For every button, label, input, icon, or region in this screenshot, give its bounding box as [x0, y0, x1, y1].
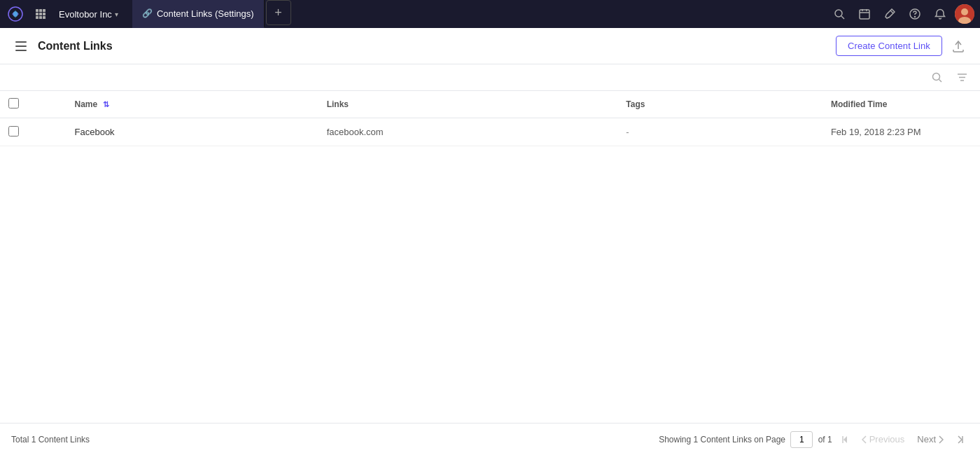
- svg-rect-9: [43, 16, 46, 19]
- search-nav-icon[interactable]: [829, 4, 850, 24]
- links-column-header: Links: [318, 91, 618, 118]
- svg-rect-23: [15, 46, 27, 47]
- plus-icon: +: [274, 6, 282, 20]
- org-name-label: Evoltobor Inc: [59, 9, 112, 20]
- dots-col: [31, 91, 66, 118]
- row-modified-time: Feb 19, 2018 2:23 PM: [822, 118, 980, 146]
- footer: Total 1 Content Links Showing 1 Content …: [0, 423, 980, 455]
- modified-time-column-header: Modified Time: [822, 91, 980, 118]
- svg-point-20: [961, 8, 968, 15]
- bell-nav-icon[interactable]: [930, 4, 951, 24]
- tab-content-links[interactable]: 🔗 Content Links (Settings): [132, 0, 265, 28]
- svg-line-11: [841, 16, 844, 19]
- last-page-button[interactable]: [952, 431, 969, 448]
- pagination: Showing 1 Content Links on Page of 1 Pre…: [659, 431, 969, 448]
- next-page-button[interactable]: Next: [913, 433, 948, 446]
- export-button[interactable]: [948, 36, 969, 57]
- svg-rect-12: [860, 10, 869, 19]
- org-name-button[interactable]: Evoltobor Inc ▾: [53, 6, 124, 22]
- tab-link-icon: 🔗: [142, 8, 153, 18]
- svg-line-16: [890, 10, 893, 13]
- select-all-checkbox[interactable]: [8, 98, 19, 108]
- svg-point-10: [835, 10, 842, 17]
- svg-rect-1: [36, 9, 38, 12]
- sort-icon[interactable]: ⇅: [103, 100, 109, 108]
- page-input[interactable]: [790, 431, 813, 448]
- app-logo: [6, 4, 25, 24]
- row-dots-cell: ⋮: [31, 118, 66, 146]
- edit-nav-icon[interactable]: [879, 4, 900, 24]
- table-row: ⋮ Facebook facebook.com - Feb 19, 2018 2…: [0, 118, 980, 146]
- nav-right-icons: [829, 4, 974, 24]
- previous-page-button[interactable]: Previous: [858, 433, 909, 446]
- top-nav: Evoltobor Inc ▾ 🔗 Content Links (Setting…: [0, 0, 980, 28]
- search-toolbar-icon[interactable]: [927, 68, 946, 88]
- calendar-nav-icon[interactable]: [854, 4, 875, 24]
- tags-column-header: Tags: [617, 91, 822, 118]
- name-column-header: Name ⇅: [66, 91, 318, 118]
- showing-label: Showing 1 Content Links on Page of 1: [659, 431, 832, 448]
- add-tab-button[interactable]: +: [266, 0, 291, 25]
- svg-rect-3: [43, 9, 46, 12]
- svg-rect-4: [36, 13, 38, 15]
- row-links: facebook.com: [318, 118, 618, 146]
- svg-rect-5: [39, 13, 42, 15]
- tab-label: Content Links (Settings): [157, 8, 254, 19]
- menu-toggle-button[interactable]: [11, 36, 31, 56]
- sub-header: Content Links Create Content Link: [0, 28, 980, 64]
- svg-point-26: [932, 74, 939, 80]
- content-links-table: Name ⇅ Links Tags Modified Time ⋮ Facebo…: [0, 91, 980, 423]
- svg-line-27: [939, 80, 941, 83]
- svg-rect-7: [36, 16, 38, 19]
- total-label: Total 1 Content Links: [11, 435, 659, 444]
- user-avatar[interactable]: [955, 4, 974, 24]
- svg-point-18: [915, 17, 916, 18]
- svg-rect-2: [39, 9, 42, 12]
- svg-rect-6: [43, 13, 46, 15]
- grid-icon[interactable]: [31, 4, 50, 24]
- chevron-down-icon: ▾: [115, 10, 118, 18]
- page-title: Content Links: [38, 40, 836, 52]
- first-page-button[interactable]: [836, 431, 853, 448]
- row-tags: -: [617, 118, 822, 146]
- svg-rect-22: [15, 41, 27, 43]
- svg-rect-24: [15, 50, 27, 51]
- svg-rect-8: [39, 16, 42, 19]
- filter-toolbar-icon[interactable]: [952, 68, 972, 88]
- help-nav-icon[interactable]: [904, 4, 925, 24]
- toolbar-row: [0, 64, 980, 91]
- row-checkbox-cell: [0, 118, 31, 146]
- row-name: Facebook: [66, 118, 318, 146]
- create-content-link-button[interactable]: Create Content Link: [836, 36, 942, 56]
- select-all-col: [0, 91, 31, 118]
- nav-tabs: 🔗 Content Links (Settings) +: [132, 0, 826, 28]
- row-checkbox[interactable]: [8, 126, 19, 136]
